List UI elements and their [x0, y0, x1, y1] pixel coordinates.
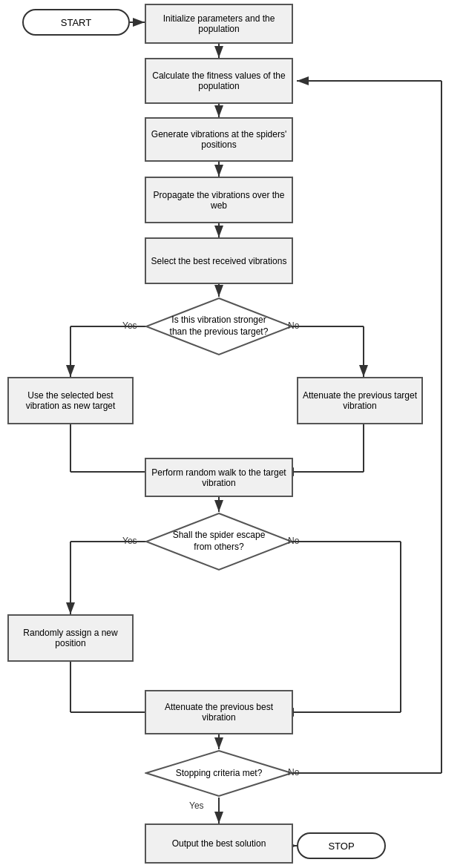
start-terminal: START: [22, 9, 130, 36]
generate-process: Generate vibrations at the spiders' posi…: [145, 117, 293, 162]
fitness-process: Calculate the fitness values of the popu…: [145, 58, 293, 104]
select-process: Select the best received vibrations: [145, 237, 293, 284]
yes-label-2: Yes: [122, 536, 137, 546]
yes-label-1: Yes: [122, 320, 137, 331]
attenuate2-process: Attenuate the previous best vibration: [145, 690, 293, 734]
init-process: Initialize parameters and the population: [145, 4, 293, 44]
stop-terminal: STOP: [297, 832, 386, 859]
no-label-2: No: [288, 536, 299, 546]
propagate-process: Propagate the vibrations over the web: [145, 177, 293, 223]
decision1: Is this vibration stronger than the prev…: [145, 297, 293, 356]
new-pos-process: Randomly assign a new position: [7, 614, 134, 662]
no-label-3: No: [288, 767, 299, 777]
yes-label-3: Yes: [189, 800, 204, 811]
decision3: Stopping criteria met?: [145, 749, 293, 798]
flowchart: START Initialize parameters and the popu…: [0, 0, 463, 868]
no-label-1: No: [288, 320, 299, 331]
new-target-process: Use the selected best vibration as new t…: [7, 377, 134, 424]
decision2: Shall the spider escape from others?: [145, 512, 293, 571]
random-walk-process: Perform random walk to the target vibrat…: [145, 458, 293, 497]
attenuate1-process: Attenuate the previous target vibration: [297, 377, 423, 424]
output-process: Output the best solution: [145, 823, 293, 864]
